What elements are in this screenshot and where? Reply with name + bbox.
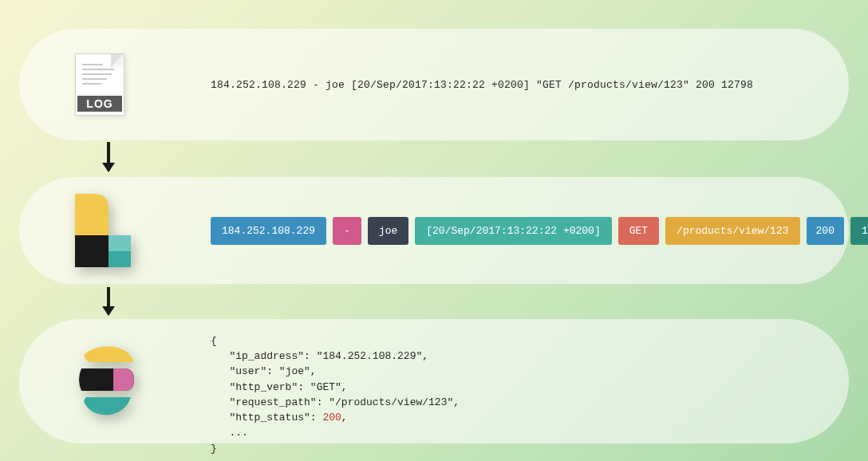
token-verb: GET [618, 217, 659, 245]
json-brace-open: { [211, 333, 817, 349]
token-dash: - [333, 217, 361, 245]
raw-log-line: 184.252.108.229 - joe [20/Sep/2017:13:22… [211, 79, 817, 91]
elasticsearch-icon [75, 345, 171, 418]
svg-rect-1 [108, 235, 131, 251]
token-bytes: 12798 [850, 217, 868, 245]
arrow-down-icon [107, 142, 110, 171]
log-file-icon: LOG [75, 53, 171, 116]
json-output: { "ip_address": "184.252.108.229", "user… [211, 319, 817, 456]
token-user: joe [368, 217, 408, 245]
token-status: 200 [807, 217, 844, 245]
token-ip: 184.252.108.229 [211, 217, 326, 245]
json-brace-close: } [211, 441, 817, 456]
json-panel: { "ip_address": "184.252.108.229", "user… [19, 319, 849, 443]
raw-log-panel: LOG 184.252.108.229 - joe [20/Sep/2017:1… [19, 29, 849, 140]
token-row: 184.252.108.229 - joe [20/Sep/2017:13:22… [211, 217, 868, 245]
log-badge-label: LOG [77, 96, 122, 112]
token-timestamp: [20/Sep/2017:13:22:22 +0200] [415, 217, 611, 245]
logstash-icon [75, 194, 171, 267]
arrow-down-icon [107, 287, 110, 314]
tokenized-panel: 184.252.108.229 - joe [20/Sep/2017:13:22… [19, 177, 849, 284]
token-path: /products/view/123 [665, 217, 799, 245]
